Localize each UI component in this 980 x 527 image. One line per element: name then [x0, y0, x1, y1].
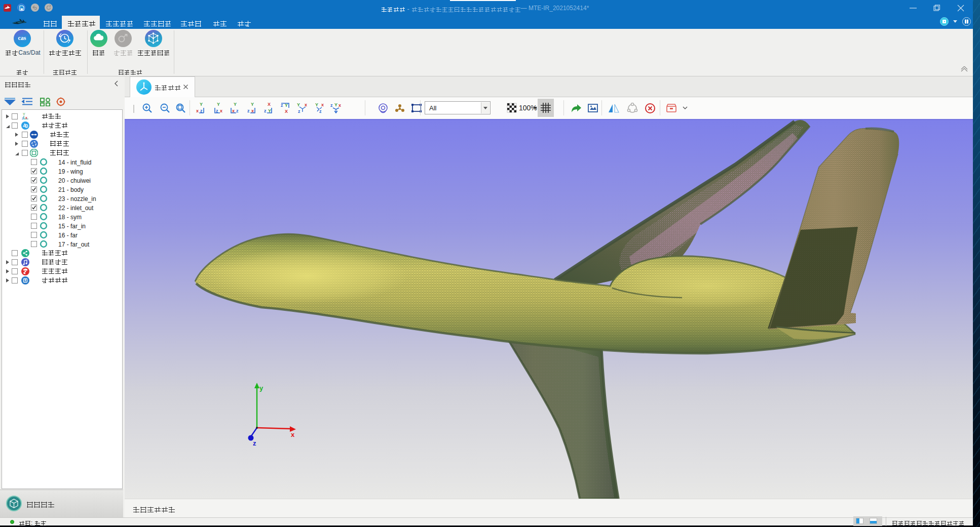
svg-text:z: z: [22, 116, 24, 120]
svg-text:Y: Y: [23, 112, 25, 116]
svg-text:X: X: [285, 109, 288, 114]
svg-text:x: x: [321, 102, 324, 107]
svg-text:Y: Y: [334, 102, 337, 107]
svg-text:z: z: [253, 439, 256, 447]
svg-text:Y: Y: [234, 102, 237, 107]
svg-text:x: x: [196, 108, 199, 113]
svg-text:x: x: [220, 108, 222, 113]
svg-text:z: z: [330, 103, 333, 108]
svg-text:x: x: [305, 102, 307, 107]
svg-text:Y: Y: [297, 102, 300, 107]
svg-text:y: y: [259, 384, 263, 392]
svg-text:z: z: [319, 109, 322, 114]
svg-text:Y: Y: [217, 102, 220, 107]
svg-text:x: x: [291, 431, 295, 438]
svg-text:X: X: [268, 102, 271, 107]
svg-text:Y: Y: [315, 102, 318, 107]
svg-text:z: z: [247, 108, 250, 113]
svg-text:Y: Y: [200, 102, 203, 107]
svg-text:z: z: [236, 108, 239, 113]
svg-text:x: x: [25, 116, 27, 119]
svg-text:z: z: [298, 109, 300, 114]
svg-text:z: z: [264, 108, 267, 113]
svg-text:x: x: [338, 103, 341, 108]
svg-text:Y: Y: [251, 102, 254, 107]
